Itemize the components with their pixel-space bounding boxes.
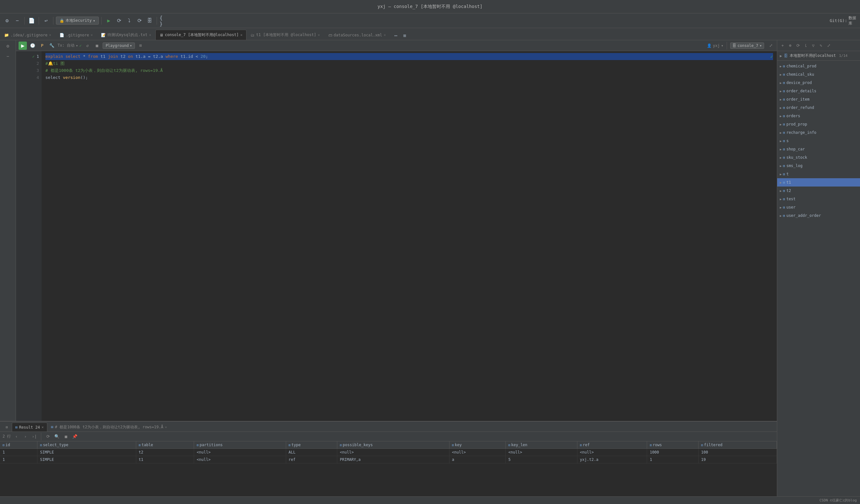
db-tree-item-test[interactable]: ▶ ⊞ test [777, 195, 860, 203]
table-icon: ⊞ [783, 131, 785, 135]
db-tree-item-prod_prop[interactable]: ▶ ⊞ prod_prop [777, 120, 860, 129]
cell-select_type: SIMPLE [38, 456, 136, 463]
cell-table: t2 [136, 449, 194, 456]
code-line-3: # 都是1000条 t2为小表，则自动让t2为驱动表, rows=19.Å [45, 67, 773, 74]
db-edit-icon[interactable]: ✎ [817, 42, 825, 49]
expand-icon[interactable]: ⤢ [767, 42, 774, 49]
nav-icon[interactable]: ⟳ [135, 16, 144, 25]
db-tree-item-shop_car[interactable]: ▶ ⊞ shop_car [777, 145, 860, 153]
results-search-icon[interactable]: 🔍 [53, 433, 60, 440]
file-icon[interactable]: 📄 [27, 16, 36, 25]
db-tree-item-order_refund[interactable]: ▶ ⊞ order_refund [777, 103, 860, 112]
clock-icon[interactable]: 🕐 [29, 42, 37, 49]
db-tree-item-order_item[interactable]: ▶ ⊞ order_item [777, 95, 860, 103]
grid-icon[interactable]: ⊞ [137, 42, 144, 49]
db-sync-icon[interactable]: ⤹ [802, 42, 809, 49]
result-tab-24-close[interactable]: ✕ [42, 425, 44, 429]
table-icon: ⊞ [783, 81, 785, 85]
step-icon[interactable]: ⤵ [125, 16, 134, 25]
tab-console7[interactable]: 🖥 console_7 [本地暂时不用@localhost] ✕ [155, 30, 247, 40]
db-tree-item-order_details[interactable]: ▶ ⊞ order_details [777, 87, 860, 95]
db-tree-item-sku_stock[interactable]: ▶ ⊞ sku_stock [777, 153, 860, 162]
tab-t1-close[interactable]: ✕ [318, 33, 320, 37]
results-nav-last-icon[interactable]: ›| [31, 433, 38, 440]
db-tree-item-s[interactable]: ▶ ⊞ s [777, 137, 860, 145]
tx-dropdown-icon[interactable]: ▾ [76, 43, 78, 48]
db-tree-item-chemical_prod[interactable]: ▶ ⊞ chemical_prod [777, 62, 860, 70]
db-tree-item-orders[interactable]: ▶ ⊞ orders [777, 112, 860, 120]
user-chevron-icon[interactable]: ▾ [721, 43, 723, 48]
tab-gitignore-close[interactable]: ✕ [90, 33, 93, 37]
db-connection[interactable]: ▶ 🗄 本地暂时不用@localhost 1/14 [777, 51, 860, 61]
tab-t1[interactable]: 🗂 t1 [本地暂时不用 @localhost] ✕ [246, 30, 324, 40]
tabs-more-icon[interactable]: ≡ [400, 31, 409, 40]
db-tree-item-user[interactable]: ▶ ⊞ user [777, 203, 860, 211]
wrench-icon[interactable]: 🔧 [48, 42, 56, 49]
check-icon-1: ✓ [32, 53, 34, 60]
stop-icon[interactable]: ■ [93, 42, 101, 49]
tab-gitignore[interactable]: 📄 .gitignore ✕ [55, 30, 97, 40]
table-name: device_prod [787, 80, 812, 85]
tab-idea-close[interactable]: ✕ [49, 33, 52, 37]
security-button[interactable]: 🔒 本地Security ▾ [56, 17, 99, 25]
tab-datasources-close[interactable]: ✕ [384, 33, 386, 37]
db-tree-item-t[interactable]: ▶ ⊞ t [777, 170, 860, 178]
run-toolbar-icon[interactable]: ▶ [104, 16, 113, 25]
code-content[interactable]: explain select * from t1 join t2 on t1.a… [42, 51, 777, 421]
db-icon[interactable]: 🗄 [145, 16, 154, 25]
col-key: ⊞key [449, 441, 505, 449]
run-button[interactable]: ▶ [18, 42, 27, 50]
db-tree-item-chemical_sku[interactable]: ▶ ⊞ chemical_sku [777, 70, 860, 78]
db-tree-item-user_addr_order[interactable]: ▶ ⊞ user_addr_order [777, 211, 860, 220]
db-add-icon[interactable]: + [779, 42, 786, 49]
results-pin-icon[interactable]: 📌 [71, 433, 78, 440]
refresh-icon[interactable]: ⟳ [114, 16, 124, 25]
playground-button[interactable]: Playground ▾ [103, 43, 134, 49]
back-icon[interactable]: ↩ [42, 16, 51, 25]
title-text: yxj – console_7 [本地暂时不用 @localhost] [377, 4, 483, 10]
pin-icon[interactable]: P [38, 42, 46, 49]
cell-id: 1 [0, 449, 38, 456]
results-nav-prev-icon[interactable]: ‹ [13, 433, 20, 440]
db-refresh-icon[interactable]: ⟳ [794, 42, 802, 49]
db-clone-icon[interactable]: ⊕ [787, 42, 794, 49]
db-tree-item-t1[interactable]: ▶ ⊞ t1 [777, 178, 860, 187]
results-nav-next-icon[interactable]: › [22, 433, 29, 440]
cell-type: ALL [286, 449, 337, 456]
result-tab-24[interactable]: ⊞ Result 24 ✕ [12, 423, 47, 431]
result-tab-prev[interactable]: ⊞ [2, 423, 11, 431]
results-table-container[interactable]: ⊞id ⊞select_type ⊞table ⊞partitions ⊞typ… [0, 441, 777, 504]
editor-section: ⚙ − ▶ 🕐 P 🔧 Tx: 自动 ▾ ✓ [0, 40, 777, 421]
result-tab-comment[interactable]: ⊞ # 都是1000条 t2为小表，则自动让t2为驱动表, rows=19.Å … [48, 423, 170, 431]
tab-gitignore-label: .gitignore [66, 33, 89, 38]
console-selector[interactable]: 🗄 console_7 ▾ [730, 43, 764, 49]
braces-icon[interactable]: { } [159, 16, 169, 25]
table-icon: ⊞ [783, 89, 785, 93]
tab-mysql[interactable]: 📝 待测试mysql的点.txt ✕ [97, 30, 155, 40]
settings-icon[interactable]: ⚙ [2, 16, 12, 25]
tabs-overflow-icon[interactable]: ⋯ [391, 31, 400, 40]
gutter-minus-icon[interactable]: − [3, 52, 13, 61]
db-tree-item-t2[interactable]: ▶ ⊞ t2 [777, 187, 860, 195]
results-refresh-icon[interactable]: ⟳ [44, 433, 52, 440]
db-expand-icon[interactable]: ⤢ [825, 42, 832, 49]
results-stop-icon[interactable]: ■ [62, 433, 69, 440]
gutter-settings-icon[interactable]: ⚙ [3, 42, 13, 50]
tree-chevron-icon: ▶ [780, 173, 782, 176]
result-tab-comment-close[interactable]: ✕ [165, 425, 167, 429]
tree-chevron-icon: ▶ [780, 114, 782, 118]
tab-console7-icon: 🖥 [159, 33, 163, 38]
minus-icon[interactable]: − [13, 16, 22, 25]
refresh-editor-icon[interactable]: ↺ [84, 42, 91, 49]
line-number-3: 3 [16, 67, 42, 74]
tab-datasources[interactable]: 🗃 dataSources.local.xml ✕ [324, 30, 390, 40]
tab-console7-close[interactable]: ✕ [240, 33, 243, 37]
db-tree-item-sms_log[interactable]: ▶ ⊞ sms_log [777, 162, 860, 170]
db-tree-item-device_prod[interactable]: ▶ ⊞ device_prod [777, 78, 860, 87]
db-tree-item-recharge_info[interactable]: ▶ ⊞ recharge_info [777, 129, 860, 137]
status-text: CSDN ©伍豪仁c的blog [819, 498, 857, 503]
tab-idea[interactable]: 📁 .idea/.gitignore ✕ [0, 30, 55, 40]
tab-mysql-close[interactable]: ✕ [149, 33, 151, 37]
db-filter-icon[interactable]: ▽ [810, 42, 817, 49]
tree-chevron-icon: ▶ [780, 89, 782, 93]
